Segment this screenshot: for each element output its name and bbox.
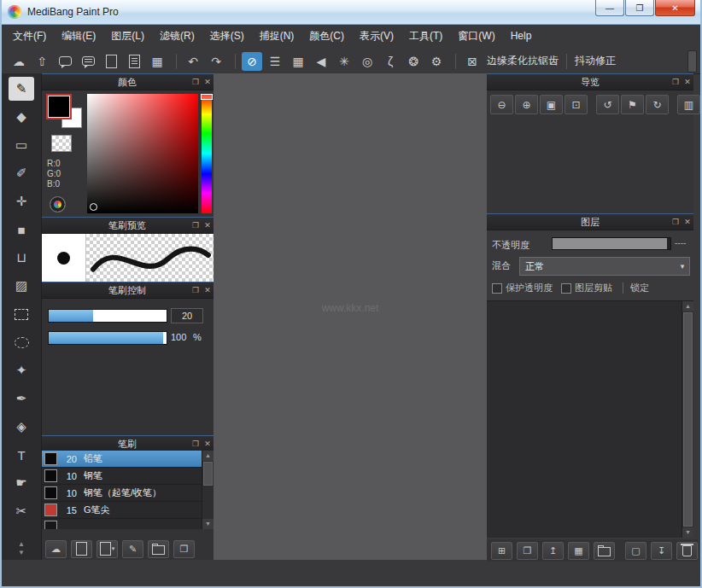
merge-layer-button[interactable]: ↧ [651, 542, 672, 560]
add-layer-folder-button[interactable] [594, 542, 615, 560]
close-panel-icon[interactable]: ✕ [682, 218, 693, 226]
fill-shape-tool[interactable]: ■ [9, 218, 34, 242]
toolbar-overflow-scrollbar[interactable] [687, 50, 697, 73]
select-eraser-tool[interactable]: ◈ [9, 415, 34, 439]
bucket-tool[interactable]: ⊔ [9, 246, 34, 270]
scroll-up-icon[interactable]: ▲ [202, 451, 214, 461]
menu-file[interactable]: 文件(F) [5, 24, 54, 49]
option-gear-plus-button[interactable]: ❂ [403, 52, 424, 71]
saturation-value-picker[interactable] [87, 94, 198, 213]
clipping-checkbox[interactable]: 图层剪贴 [561, 282, 612, 294]
layer-list-scrollbar[interactable]: ▲ ▼ [682, 301, 693, 538]
option-hatch-button[interactable]: ☰ [265, 52, 285, 71]
hue-slider[interactable] [202, 94, 212, 213]
zoom-in-button[interactable]: ⊕ [515, 95, 538, 114]
duplicate-layer-button[interactable]: ❐ [517, 542, 538, 560]
menu-tools[interactable]: 工具(T) [401, 24, 450, 49]
maximize-button[interactable]: ❐ [625, 0, 654, 16]
menu-snap[interactable]: 捕捉(N) [252, 24, 302, 49]
import-layer-button[interactable]: ↥ [542, 542, 564, 560]
menu-window[interactable]: 窗口(W) [450, 24, 502, 49]
brush-tool[interactable]: ✎ [9, 77, 34, 101]
popout-icon[interactable]: ❐ [670, 78, 682, 86]
divide-tool[interactable]: ✂ [9, 499, 34, 523]
close-panel-icon[interactable]: ✕ [202, 440, 214, 448]
scroll-down-icon[interactable]: ▼ [2, 549, 41, 557]
layer-list[interactable]: ▲ ▼ [487, 300, 693, 538]
brush-size-value[interactable]: 20 [171, 308, 203, 323]
menu-view[interactable]: 表示(V) [352, 24, 401, 49]
duplicate-brush-button[interactable]: ❐ [173, 540, 195, 558]
magic-wand-tool[interactable]: ✦ [9, 358, 34, 382]
tool-strip-scroll[interactable]: ▲ ▼ [2, 540, 41, 557]
option-curve-button[interactable]: ζ [380, 52, 401, 71]
menu-edit[interactable]: 编辑(E) [54, 24, 103, 49]
new-canvas-button[interactable] [101, 52, 121, 71]
brush-list-item[interactable]: 10 钢笔（起笔/收笔） [41, 485, 214, 502]
halftone-layer-button[interactable]: ▦ [568, 542, 589, 560]
brush-list-item[interactable] [41, 519, 214, 529]
comment-button[interactable] [55, 52, 75, 71]
option-scatter-button[interactable]: ✳ [334, 52, 354, 71]
close-panel-icon[interactable]: ✕ [202, 78, 214, 86]
add-brush-button[interactable] [71, 540, 92, 558]
lock-control[interactable]: 锁定 [630, 282, 649, 294]
foreground-color-swatch[interactable] [48, 96, 70, 118]
add-script-brush-button[interactable]: ✎ [122, 540, 143, 558]
select-pen-tool[interactable]: ✒ [9, 387, 34, 410]
redo-button[interactable]: ↷ [206, 52, 226, 71]
scroll-up-icon[interactable]: ▲ [682, 301, 693, 311]
scroll-up-icon[interactable]: ▲ [2, 540, 41, 549]
close-button[interactable]: ✕ [655, 0, 695, 16]
brush-list-item[interactable]: 20 铅笔 [41, 451, 214, 468]
titlebar[interactable]: MediBang Paint Pro — ❐ ✕ [0, 0, 702, 25]
option-grid-button[interactable]: ▦ [288, 52, 308, 71]
protect-alpha-checkbox[interactable]: 保护透明度 [492, 282, 553, 294]
blend-mode-dropdown[interactable]: 正常 ▾ [519, 257, 690, 276]
antialias-toggle[interactable]: ⊠ [462, 52, 483, 71]
shape-brush-tool[interactable]: ▭ [9, 133, 34, 157]
zoom-out-button[interactable]: ⊖ [490, 95, 513, 114]
menu-help[interactable]: Help [503, 24, 540, 49]
transparent-color-swatch[interactable] [51, 135, 72, 152]
brush-list-item[interactable]: 15 G笔尖 [41, 502, 214, 519]
layer-opacity-slider[interactable] [552, 237, 671, 250]
publish-button[interactable]: ⇧ [32, 52, 52, 71]
sv-marker[interactable] [90, 203, 97, 211]
brush-opacity-slider[interactable] [48, 331, 167, 345]
comment-panel-button[interactable] [78, 52, 98, 71]
option-rings-button[interactable]: ◎ [357, 52, 377, 71]
pixel-grid-button[interactable]: ▥ [677, 95, 700, 114]
option-circle-slash-button[interactable]: ⊘ [242, 52, 262, 71]
popout-icon[interactable]: ❐ [190, 221, 202, 230]
open-file-button[interactable] [124, 52, 144, 71]
brush-size-slider[interactable] [48, 309, 167, 323]
menu-select[interactable]: 选择(S) [202, 24, 252, 49]
menu-filter[interactable]: 滤镜(R) [152, 24, 202, 49]
reset-rotation-button[interactable]: ⚑ [621, 95, 644, 114]
dot-pen-tool[interactable]: ✐ [9, 161, 34, 185]
brush-opacity-value[interactable]: 100 [171, 330, 186, 344]
popout-icon[interactable]: ❐ [190, 440, 202, 448]
fit-window-button[interactable]: ▣ [540, 95, 563, 114]
undo-button[interactable]: ↶ [183, 52, 203, 71]
popout-icon[interactable]: ❐ [190, 286, 202, 294]
marquee-select-tool[interactable] [9, 302, 34, 326]
add-layer-button[interactable]: ⊞ [491, 542, 512, 560]
popout-icon[interactable]: ❐ [670, 218, 682, 226]
add-brush-folder-button[interactable] [148, 540, 169, 558]
cloud-button[interactable]: ☁ [9, 52, 29, 71]
move-tool[interactable]: ✛ [9, 189, 34, 213]
clear-layer-button[interactable]: ▢ [625, 542, 646, 560]
zoom-actual-button[interactable]: ⊡ [565, 95, 588, 114]
cloud-brush-button[interactable]: ☁ [45, 540, 67, 558]
option-settings-button[interactable]: ⚙ [426, 52, 447, 71]
delete-layer-button[interactable] [676, 542, 698, 560]
color-wheel-icon[interactable] [50, 196, 66, 212]
close-panel-icon[interactable]: ✕ [202, 221, 214, 230]
menu-color[interactable]: 颜色(C) [301, 24, 352, 49]
scroll-down-icon[interactable]: ▼ [202, 519, 214, 529]
scrollbar-thumb[interactable] [683, 312, 693, 527]
brush-list-scrollbar[interactable]: ▲ ▼ [202, 451, 214, 529]
scrollbar-thumb[interactable] [203, 462, 213, 486]
